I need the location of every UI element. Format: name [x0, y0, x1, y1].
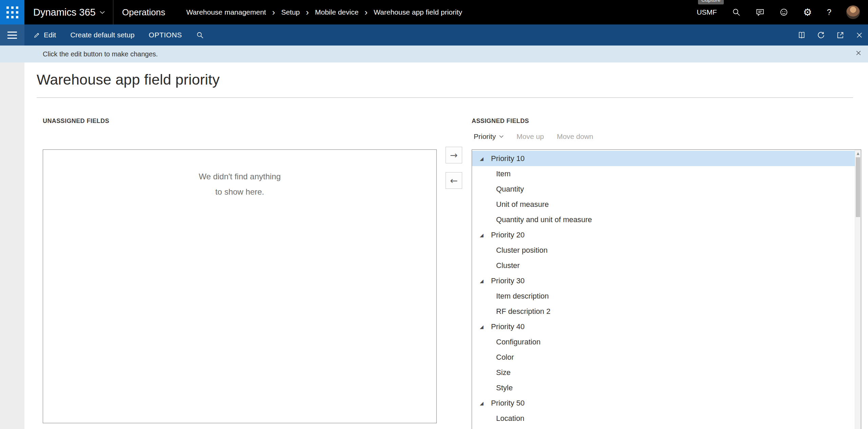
edit-label: Edit: [44, 31, 56, 39]
tree-item-label: Cluster position: [496, 246, 548, 255]
tree-item-row[interactable]: RF description 2: [472, 304, 855, 319]
feedback-message-icon[interactable]: [756, 8, 765, 17]
message-close-icon[interactable]: [855, 50, 862, 56]
collapsed-nav-rail[interactable]: [0, 62, 24, 429]
action-pane-search-button[interactable]: [196, 31, 204, 39]
tree-item-row[interactable]: Item: [472, 166, 855, 181]
tree-item-label: Color: [496, 353, 514, 362]
priority-dropdown-button[interactable]: Priority: [474, 132, 504, 141]
tree-item-row[interactable]: Configuration: [472, 334, 855, 350]
tree-group-row[interactable]: ◢Priority 50: [472, 395, 855, 411]
arrow-left-icon: ←: [450, 175, 458, 186]
brand-label: Dynamics 365: [33, 7, 96, 18]
breadcrumb-chevron-icon: ›: [306, 9, 309, 16]
tree-expanded-icon[interactable]: ◢: [480, 324, 491, 329]
tree-group-row[interactable]: ◢Priority 30: [472, 273, 855, 288]
close-icon[interactable]: [855, 31, 863, 39]
dynamics-365-home-link[interactable]: Dynamics 365: [33, 7, 105, 18]
tree-expanded-icon[interactable]: ◢: [480, 278, 491, 284]
tree-item-label: Item: [496, 169, 511, 178]
breadcrumb-item[interactable]: Warehouse app field priority: [374, 8, 462, 16]
tree-group-row[interactable]: ◢Priority 10: [472, 151, 855, 166]
pencil-icon: [33, 32, 40, 39]
breadcrumb-item[interactable]: Setup: [281, 8, 300, 16]
tree-expanded-icon[interactable]: ◢: [480, 232, 491, 238]
tree-group-row[interactable]: ◢Priority 40: [472, 319, 855, 334]
tree-item-row[interactable]: Size: [472, 365, 855, 380]
tree-group-label: Priority 20: [491, 231, 525, 239]
empty-state-line1: We didn't find anything: [43, 169, 436, 184]
smiley-feedback-icon[interactable]: [779, 8, 788, 17]
tree-expanded-icon[interactable]: ◢: [480, 400, 491, 406]
tree-item-row[interactable]: Quantity and unit of measure: [472, 212, 855, 227]
tree-item-label: RF description 2: [496, 307, 550, 316]
action-pane-right-icons: [797, 31, 868, 39]
tree-item-label: Configuration: [496, 338, 541, 346]
options-menu-button[interactable]: OPTIONS: [149, 31, 182, 39]
company-picker[interactable]: USMF: [697, 8, 717, 16]
user-avatar[interactable]: [846, 5, 860, 19]
move-to-unassigned-button[interactable]: ←: [446, 172, 462, 189]
tree-item-row[interactable]: Cluster: [472, 258, 855, 273]
tree-item-row[interactable]: Style: [472, 380, 855, 395]
move-to-assigned-button[interactable]: →: [446, 147, 462, 163]
task-guide-book-icon[interactable]: [797, 31, 806, 39]
tree-group-label: Priority 10: [491, 154, 525, 163]
chevron-down-icon: [499, 135, 504, 138]
scroll-up-arrow-icon[interactable]: ▲: [855, 150, 861, 157]
topbar-right-cluster: USMF ⚙ ?: [697, 5, 868, 19]
page-title: Warehouse app field priority: [37, 71, 220, 88]
move-down-button[interactable]: Move down: [557, 132, 593, 141]
tree-item-label: Size: [496, 368, 511, 377]
search-icon[interactable]: [732, 8, 741, 17]
tree-expanded-icon[interactable]: ◢: [480, 156, 491, 161]
move-up-button[interactable]: Move up: [516, 132, 544, 141]
search-icon: [196, 31, 204, 39]
chevron-down-icon: [100, 11, 105, 14]
tree-group-label: Priority 40: [491, 322, 525, 331]
priority-label: Priority: [474, 132, 496, 141]
scrollbar-thumb[interactable]: [856, 157, 860, 217]
breadcrumb-item[interactable]: Warehouse management: [186, 8, 266, 16]
breadcrumb-chevron-icon: ›: [272, 9, 275, 16]
vertical-scrollbar[interactable]: ▲: [855, 150, 861, 429]
title-divider: [37, 97, 853, 98]
app-name-link[interactable]: Operations: [122, 7, 165, 18]
message-text: Click the edit button to make changes.: [0, 50, 158, 58]
info-message-bar: Click the edit button to make changes.: [0, 46, 868, 62]
waffle-icon: [6, 6, 18, 18]
assigned-fields-list: ◢Priority 10ItemQuantityUnit of measureQ…: [472, 149, 861, 429]
tree-item-row[interactable]: Color: [472, 350, 855, 365]
tree-item-row[interactable]: Cluster position: [472, 243, 855, 258]
tree-item-label: Cluster: [496, 261, 520, 270]
page-content: Warehouse app field priority UNASSIGNED …: [0, 62, 868, 429]
top-navigation-bar: Dynamics 365 Operations Warehouse manage…: [0, 0, 868, 24]
assigned-tree: ◢Priority 10ItemQuantityUnit of measureQ…: [472, 151, 855, 426]
assigned-fields-label: ASSIGNED FIELDS: [472, 118, 529, 125]
help-icon[interactable]: ?: [827, 7, 831, 17]
tree-item-row[interactable]: Location: [472, 411, 855, 426]
assigned-toolbar: Priority Move up Move down: [474, 129, 593, 144]
tree-item-row[interactable]: Quantity: [472, 181, 855, 197]
tree-group-label: Priority 30: [491, 276, 525, 285]
tree-item-label: Quantity and unit of measure: [496, 215, 592, 224]
create-default-setup-button[interactable]: Create default setup: [70, 31, 134, 39]
tree-item-label: Quantity: [496, 185, 524, 194]
tree-item-label: Location: [496, 414, 524, 423]
clipped-capture-button[interactable]: Capture: [698, 0, 724, 4]
settings-gear-icon[interactable]: ⚙: [803, 6, 812, 18]
tree-item-row[interactable]: Unit of measure: [472, 197, 855, 212]
edit-button[interactable]: Edit: [33, 31, 56, 39]
unassigned-fields-label: UNASSIGNED FIELDS: [43, 118, 109, 125]
app-launcher-button[interactable]: [0, 0, 24, 24]
unassigned-fields-list[interactable]: We didn't find anything to show here.: [43, 149, 437, 423]
tree-group-label: Priority 50: [491, 399, 525, 408]
action-pane: Edit Create default setup OPTIONS: [0, 24, 868, 46]
tree-group-row[interactable]: ◢Priority 20: [472, 227, 855, 243]
tree-item-row[interactable]: Item description: [472, 288, 855, 304]
breadcrumb-item[interactable]: Mobile device: [315, 8, 358, 16]
tree-item-label: Style: [496, 383, 513, 392]
refresh-icon[interactable]: [817, 31, 825, 39]
nav-menu-button[interactable]: [0, 24, 24, 46]
open-in-new-window-icon[interactable]: [836, 31, 845, 39]
